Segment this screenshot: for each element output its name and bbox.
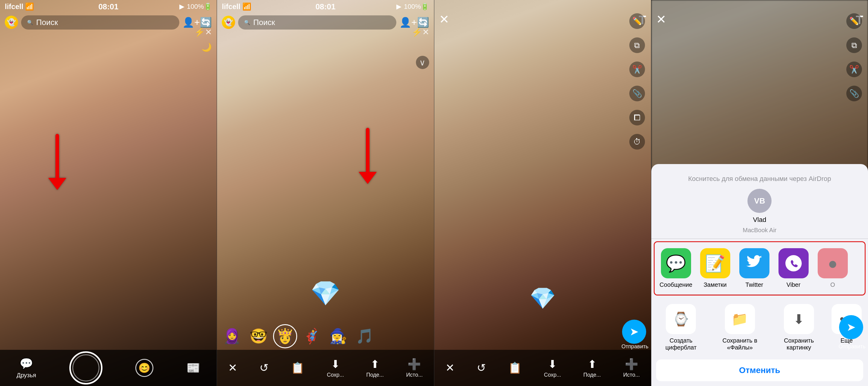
rotate-btn-2[interactable]: ↺ xyxy=(259,362,269,374)
flash-icon-2[interactable]: ⚡✕ xyxy=(412,27,429,37)
chevron-icon-2[interactable]: ∨ xyxy=(416,56,429,69)
copy-btn-4[interactable]: ⧉ xyxy=(846,37,862,53)
filter-emoji-0[interactable]: 🧕 xyxy=(220,324,244,348)
airdrop-label: Коснитесь для обмена данными через AirDr… xyxy=(658,175,861,183)
send-btn-3[interactable]: ➤ xyxy=(622,320,646,344)
files-icon: 📁 xyxy=(725,304,755,334)
viber-icon xyxy=(778,248,809,278)
scissors-btn-4[interactable]: ✂️ xyxy=(846,61,862,77)
app-partial-icon: ● xyxy=(818,248,848,278)
viber-label: Viber xyxy=(786,281,801,288)
story-label-3: Исто... xyxy=(623,372,640,378)
paperclip-icon-4: 📎 xyxy=(849,89,859,98)
story-label-2: Исто... xyxy=(406,372,423,378)
paperclip-btn-4[interactable]: 📎 xyxy=(846,86,862,101)
action-files[interactable]: 📁 Сохранить в «Файлы» xyxy=(712,304,768,351)
filter-emoji-1[interactable]: 🤓 xyxy=(247,324,271,348)
friends-label-1: Друзья xyxy=(17,372,36,379)
send-btn-4[interactable]: ➤ xyxy=(839,315,863,339)
paperclip-btn-3[interactable]: 📎 xyxy=(629,86,645,101)
flash-icon-1[interactable]: ⚡✕ xyxy=(194,27,212,37)
action-watch[interactable]: ⌚ Создать циферблат xyxy=(656,304,706,351)
paperclip-icon-3: 📎 xyxy=(632,89,642,98)
filter-emoji-3[interactable]: 🦸‍♀️ xyxy=(300,324,324,348)
copy-btn-b3[interactable]: 📋 xyxy=(508,362,522,374)
rotate-icon-1[interactable]: 🔄 xyxy=(200,17,212,28)
app-twitter[interactable]: Twitter xyxy=(738,248,771,288)
watch-label: Создать циферблат xyxy=(656,337,706,351)
scissors-btn-3[interactable]: ✂️ xyxy=(629,61,645,77)
app-viber[interactable]: Viber xyxy=(777,248,810,288)
add-friend-icon-1[interactable]: 👤+ xyxy=(182,17,200,28)
carrier-1: lifcell xyxy=(5,2,23,11)
notes-label: Заметки xyxy=(704,281,727,288)
shutter-btn-1[interactable] xyxy=(69,351,102,385)
night-icon-1[interactable]: 🌙 xyxy=(201,42,212,52)
rotate-icon-2[interactable]: 🔄 xyxy=(417,17,429,28)
search-pill-2[interactable]: 🔍 Поиск xyxy=(238,16,396,30)
arrow-2 xyxy=(355,127,380,188)
close-btn-b3[interactable]: ✕ xyxy=(445,362,455,374)
search-icon-1: 🔍 xyxy=(27,20,33,25)
status-left-2: lifcell 📶 xyxy=(222,2,251,11)
share-btn-3[interactable]: ⬆ Поде... xyxy=(584,358,601,378)
copy-btn-3[interactable]: ⧉ xyxy=(629,37,645,53)
frame-btn-3[interactable]: ⧠ xyxy=(629,110,645,125)
save-icon-3: ⬇ xyxy=(548,358,557,370)
filter-emoji-4[interactable]: 🧙‍♀️ xyxy=(326,324,350,348)
share-sheet: Коснитесь для обмена данными через AirDr… xyxy=(651,164,868,386)
messages-label: Сообщение xyxy=(659,281,692,288)
app-row: 💬 Сообщение 📝 Заметки Twitter xyxy=(655,242,865,295)
share-icon-2: ⬆ xyxy=(370,358,379,370)
share-btn-2[interactable]: ⬆ Поде... xyxy=(366,358,384,378)
filter-emoji-2[interactable]: 👸 xyxy=(273,324,297,348)
top-bar-2: 👻 🔍 Поиск 👤+ 🔄 xyxy=(217,13,434,31)
discover-btn-1[interactable]: 📰 xyxy=(187,362,200,374)
save-btn-3[interactable]: ⬇ Сохр... xyxy=(544,358,561,378)
share-icon-3: ⬆ xyxy=(588,358,597,370)
close-btn-2[interactable]: ✕ xyxy=(228,362,237,374)
close-btn-4[interactable]: ✕ xyxy=(656,13,666,25)
pencil-icon-4: ✏️ xyxy=(849,17,859,26)
status-right-1: ▶ 100%🔋 xyxy=(179,3,212,10)
save-btn-2[interactable]: ⬇ Сохр... xyxy=(327,358,344,378)
timer-icon-3: ⏱ xyxy=(633,137,641,147)
timer-btn-3[interactable]: ⏱ xyxy=(629,134,645,150)
story-btn-2[interactable]: ➕ Исто... xyxy=(406,358,423,378)
panel-3: ✕ T ✏️ ⧉ ✂️ 📎 ⧠ ⏱ 💎 ✕ ↺ 📋 xyxy=(434,0,651,386)
bottom-nav-2: ✕ ↺ 📋 ⬇ Сохр... ⬆ Поде... ➕ Исто... xyxy=(217,350,434,386)
emoji-btn-1[interactable]: 😊 xyxy=(135,359,153,377)
app-messages[interactable]: 💬 Сообщение xyxy=(659,248,692,288)
story-icon-2: ➕ xyxy=(407,358,421,370)
filter-emoji-5[interactable]: 🎵 xyxy=(352,324,377,348)
send-label-4: Отправить xyxy=(838,344,866,350)
save-img-icon: ⬇ xyxy=(784,304,814,334)
search-icon-2: 🔍 xyxy=(244,20,250,25)
app-partial[interactable]: ● О xyxy=(816,248,849,288)
close-btn-3[interactable]: ✕ xyxy=(439,13,450,25)
discover-icon-1: 📰 xyxy=(187,362,200,374)
top-bar-1: 👻 🔍 Поиск 👤+ 🔄 xyxy=(0,13,217,31)
action-save-img[interactable]: ⬇ Сохранить картинку xyxy=(774,304,824,351)
snap-avatar-1[interactable]: 👻 xyxy=(5,16,18,29)
snap-avatar-2[interactable]: 👻 xyxy=(222,16,235,29)
rotate-btn-3[interactable]: ↺ xyxy=(477,362,486,374)
airdrop-person[interactable]: VB Vlad MacBook Air xyxy=(743,189,776,234)
search-pill-1[interactable]: 🔍 Поиск xyxy=(21,16,179,30)
right-toolbar-3: ✏️ ⧉ ✂️ 📎 ⧠ ⏱ xyxy=(629,13,645,150)
airdrop-section: Коснитесь для обмена данными через AirDr… xyxy=(651,170,868,239)
friends-btn-1[interactable]: 💬 Друзья xyxy=(17,357,36,379)
pencil-btn-3[interactable]: ✏️ xyxy=(629,13,645,29)
messages-icon: 💬 xyxy=(661,248,691,278)
story-btn-3[interactable]: ➕ Исто... xyxy=(623,358,640,378)
pencil-btn-4[interactable]: ✏️ xyxy=(846,13,862,29)
app-notes[interactable]: 📝 Заметки xyxy=(699,248,732,288)
time-1: 08:01 xyxy=(98,2,119,11)
svg-marker-3 xyxy=(359,172,377,184)
friends-icon-1: 💬 xyxy=(20,357,33,370)
cancel-btn[interactable]: Отменить xyxy=(656,359,863,381)
rotate-icon-3: ↺ xyxy=(477,362,486,374)
scissors-icon-4: ✂️ xyxy=(849,65,859,74)
add-friend-icon-2[interactable]: 👤+ xyxy=(399,17,417,28)
copy-btn-2[interactable]: 📋 xyxy=(291,362,304,374)
